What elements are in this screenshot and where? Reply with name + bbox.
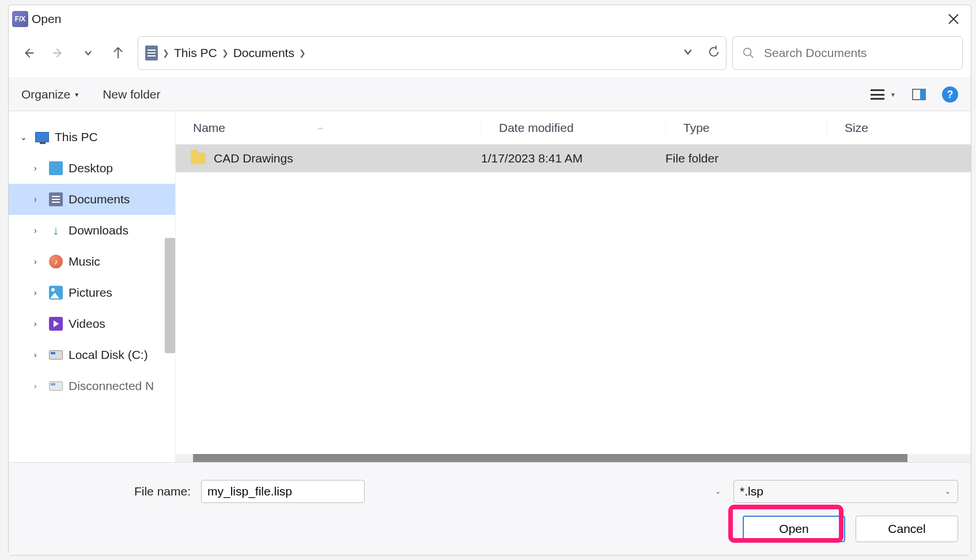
chevron-right-icon: › (34, 164, 43, 173)
horizontal-scrollbar[interactable] (176, 454, 971, 462)
file-name-cell: CAD Drawings (176, 152, 481, 165)
tree-label: Music (69, 255, 100, 268)
tree-videos[interactable]: › Videos (9, 308, 175, 339)
col-date[interactable]: Date modified (481, 121, 665, 135)
address-bar[interactable]: ❯ This PC ❯ Documents ❯ (138, 36, 727, 70)
tree-label: Disconnected N (69, 379, 154, 393)
desktop-icon (49, 161, 63, 175)
chevron-right-icon: › (34, 381, 43, 391)
titlebar: F/X Open (9, 5, 971, 33)
col-size[interactable]: Size (827, 121, 971, 135)
caret-down-icon: ▼ (890, 92, 896, 98)
disk-icon (49, 381, 63, 391)
chevron-down-icon (683, 47, 693, 56)
file-name: CAD Drawings (214, 152, 293, 165)
chevron-right-icon: › (34, 257, 43, 266)
dialog-body: ⌄ This PC › Desktop › Documents › ↓ (9, 111, 971, 462)
disk-icon (49, 350, 63, 360)
cancel-button[interactable]: Cancel (856, 516, 958, 542)
filename-label: File name: (21, 485, 194, 498)
file-date: 1/17/2023 8:41 AM (481, 152, 665, 165)
pictures-icon (49, 286, 63, 300)
nav-arrows (20, 45, 126, 61)
chevron-down-icon (84, 49, 92, 57)
sort-ascending-icon: ︿ (317, 123, 324, 132)
help-button[interactable]: ? (942, 86, 958, 103)
tree-label: Downloads (69, 224, 128, 237)
refresh-icon (708, 46, 720, 58)
nav-tree: ⌄ This PC › Desktop › Documents › ↓ (9, 111, 175, 402)
chevron-right-icon: › (34, 288, 43, 297)
filetype-filter[interactable]: *.lsp ⌄ (733, 480, 958, 503)
breadcrumb-current[interactable]: Documents (233, 46, 294, 60)
close-button[interactable] (942, 7, 965, 31)
preview-pane-button[interactable] (912, 89, 926, 100)
window-title: Open (32, 12, 61, 26)
caret-down-icon: ▼ (74, 92, 80, 98)
recent-dropdown[interactable] (80, 45, 96, 61)
view-mode-button[interactable]: ▼ (871, 89, 896, 100)
organize-menu[interactable]: Organize ▼ (21, 88, 80, 101)
col-type[interactable]: Type (665, 121, 827, 135)
navigation-row: ❯ This PC ❯ Documents ❯ (9, 33, 971, 78)
close-icon (948, 13, 959, 25)
file-type: File folder (665, 152, 827, 165)
tree-label: Videos (69, 317, 105, 331)
tree-pictures[interactable]: › Pictures (9, 277, 175, 308)
open-dialog: F/X Open ❯ This PC ❯ Documents (8, 5, 971, 555)
tree-documents[interactable]: › Documents (9, 184, 175, 215)
toolbar: Organize ▼ New folder ▼ ? (9, 78, 971, 111)
folder-icon (191, 153, 206, 164)
chevron-down-icon: ⌄ (20, 133, 29, 142)
chevron-down-icon: ⌄ (715, 487, 721, 495)
footer: File name: ⌄ *.lsp ⌄ Open Cancel (9, 462, 971, 555)
filename-input[interactable] (201, 480, 365, 503)
refresh-button[interactable] (708, 46, 720, 60)
up-button[interactable] (110, 45, 126, 61)
new-folder-button[interactable]: New folder (103, 88, 160, 101)
organize-label: Organize (21, 88, 70, 101)
tree-label: Pictures (69, 286, 112, 300)
breadcrumb-root[interactable]: This PC (174, 46, 217, 60)
tree-local-disk[interactable]: › Local Disk (C:) (9, 339, 175, 370)
filename-row: File name: ⌄ *.lsp ⌄ (21, 480, 958, 503)
chevron-right-icon: › (34, 226, 43, 235)
scrollbar-thumb[interactable] (193, 454, 907, 462)
list-view-icon (871, 89, 884, 100)
sidebar: ⌄ This PC › Desktop › Documents › ↓ (9, 111, 176, 462)
file-row[interactable]: CAD Drawings 1/17/2023 8:41 AM File fold… (176, 145, 971, 172)
documents-icon (49, 192, 63, 206)
tree-disconnected[interactable]: › Disconnected N (9, 370, 175, 402)
tree-label: Local Disk (C:) (69, 348, 148, 362)
tree-desktop[interactable]: › Desktop (9, 153, 175, 184)
tree-this-pc[interactable]: ⌄ This PC (9, 122, 175, 153)
arrow-right-icon (52, 47, 65, 59)
column-headers: Name ︿ Date modified Type Size (176, 111, 971, 145)
chevron-right-icon: › (34, 319, 43, 328)
filename-combo[interactable]: ⌄ (201, 480, 727, 503)
app-icon: F/X (12, 11, 28, 27)
chevron-down-icon: ⌄ (945, 487, 951, 495)
tree-label: This PC (55, 130, 98, 144)
search-input[interactable] (764, 46, 953, 60)
file-list: CAD Drawings 1/17/2023 8:41 AM File fold… (176, 145, 971, 454)
tree-downloads[interactable]: › ↓ Downloads (9, 215, 175, 246)
crumb-separator-icon: ❯ (162, 48, 169, 58)
downloads-icon: ↓ (49, 224, 63, 237)
tree-label: Documents (69, 192, 130, 206)
forward-button[interactable] (50, 45, 66, 61)
button-row: Open Cancel (21, 516, 958, 542)
back-button[interactable] (20, 45, 36, 61)
tree-music[interactable]: › ♪ Music (9, 246, 175, 277)
col-name[interactable]: Name ︿ (176, 121, 481, 135)
arrow-up-icon (112, 47, 124, 59)
music-icon: ♪ (49, 255, 63, 268)
address-dropdown[interactable] (683, 47, 693, 59)
videos-icon (49, 317, 63, 331)
col-name-label: Name (193, 121, 225, 135)
chevron-right-icon: › (34, 350, 43, 360)
open-button[interactable]: Open (743, 516, 845, 542)
search-bar[interactable] (732, 36, 963, 70)
sidebar-scrollbar[interactable] (165, 238, 175, 353)
file-pane: Name ︿ Date modified Type Size CAD Drawi… (176, 111, 971, 462)
